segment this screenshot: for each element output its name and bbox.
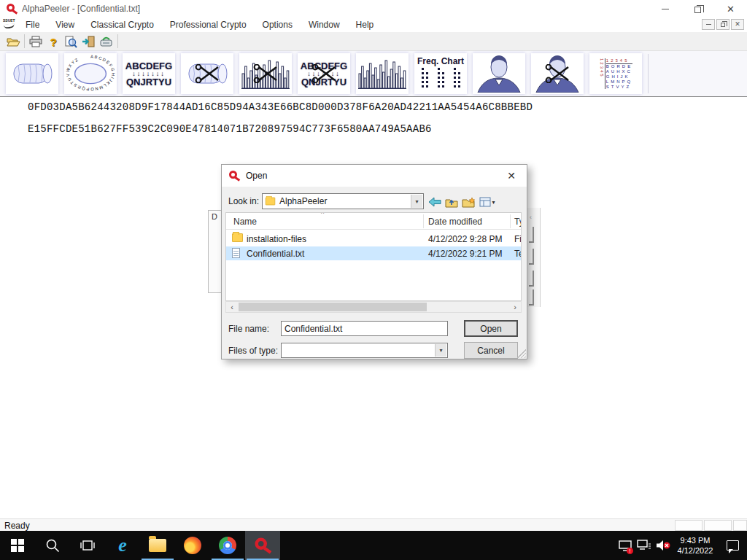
file-list[interactable]: ^ Name Date modified Ty installation-fil… (225, 212, 522, 301)
close-button[interactable]: ✕ (714, 0, 747, 18)
task-view-icon (80, 539, 95, 552)
chrome-icon (219, 537, 236, 554)
alphapeeler-logo-icon (228, 170, 240, 182)
action-center-icon (727, 540, 739, 551)
file-row-confidential-txt[interactable]: Confidential.txt 4/12/2022 9:21 PM Te (226, 246, 521, 260)
up-one-level-button[interactable] (444, 194, 460, 210)
menu-classical-crypto[interactable]: Classical Crypto (82, 18, 162, 31)
freq-chart-button[interactable]: Freq. Chart (414, 53, 467, 94)
cylinder-decrypt-button[interactable] (181, 53, 233, 94)
help-icon: ? (50, 36, 56, 48)
mdi-restore-button[interactable] (716, 19, 729, 30)
alphabet-disk-button[interactable]: ABCDEFGHIJKLMNOPQRSTUVWXYZ (64, 53, 117, 94)
vigenere-portrait-button[interactable] (473, 53, 525, 94)
scroll-left-arrow[interactable]: ‹ (226, 302, 238, 312)
toolbar-separator (24, 34, 25, 48)
look-in-dropdown[interactable]: AlphaPeeler ▾ (262, 193, 424, 209)
status-text: Ready (4, 521, 30, 531)
look-in-label: Look in: (228, 196, 259, 206)
histogram-decrypt-button[interactable] (239, 53, 292, 94)
polybius-square-button[interactable]: 12345 12345 BORDE AUHXC GHIJK LMNPQ STVY… (589, 53, 642, 94)
status-pane (733, 520, 747, 531)
file-explorer-button[interactable] (140, 531, 175, 560)
resize-grip[interactable] (517, 349, 526, 358)
scroll-right-arrow[interactable]: › (509, 302, 521, 312)
exit-door-icon (82, 36, 95, 47)
mdi-minimize-button[interactable] (702, 19, 715, 30)
dotted-columns-icon (417, 66, 464, 88)
menu-window[interactable]: Window (301, 18, 348, 31)
menu-help[interactable]: Help (348, 18, 382, 31)
dropdown-arrow-icon[interactable]: ▾ (411, 195, 422, 208)
menu-professional-crypto[interactable]: Professional Crypto (162, 18, 255, 31)
files-of-type-dropdown[interactable]: ▾ (281, 343, 448, 358)
crypto-toolbar: ABCDEFGHIJKLMNOPQRSTUVWXYZ ABCDEFG ↓↓↓↓↓… (0, 51, 747, 96)
cancel-button[interactable]: Cancel (464, 342, 518, 359)
file-name-input[interactable] (281, 321, 448, 336)
chrome-button[interactable] (210, 531, 245, 560)
substitution-encrypt-button[interactable]: ABCDEFG ↓↓↓↓↓↓↓ QNJRTYU (123, 53, 175, 94)
minimize-button[interactable] (649, 0, 681, 18)
start-button[interactable] (0, 531, 35, 560)
view-menu-icon (479, 197, 491, 207)
column-header-date-modified[interactable]: Date modified (428, 217, 482, 227)
alphabet-disk-icon: ABCDEFGHIJKLMNOPQRSTUVWXYZ (64, 54, 117, 93)
system-tray: ! 9:43 PM 4/12/2022 (616, 531, 747, 560)
substitution-decrypt-button[interactable]: ABCDEFG ↓↓↓↓↓↓↓ QNJRTYU (298, 53, 350, 94)
column-header-type[interactable]: Ty (514, 217, 522, 227)
histogram-icon (358, 56, 406, 91)
new-folder-icon (462, 197, 476, 208)
status-pane (704, 520, 732, 531)
menu-file[interactable]: File (18, 18, 47, 31)
back-button[interactable] (427, 194, 443, 210)
taskbar: e ! (0, 531, 747, 560)
mdi-close-button[interactable]: ✕ (731, 19, 744, 30)
restore-button[interactable] (681, 0, 714, 18)
files-of-type-label: Files of type: (228, 346, 278, 356)
menu-view[interactable]: View (47, 18, 82, 31)
open-folder-icon (7, 36, 20, 47)
up-folder-icon (445, 197, 458, 208)
horizontal-scrollbar[interactable]: ‹ › (225, 301, 522, 313)
dialog-close-button[interactable]: ✕ (496, 165, 527, 187)
alert-badge: ! (627, 548, 633, 554)
polybius-grid-icon: 12345 12345 BORDE AUHXC GHIJK LMNPQ STVY… (599, 58, 632, 90)
histogram-button[interactable] (356, 53, 409, 94)
menu-bar: SSUET File View Classical Crypto Profess… (0, 18, 747, 32)
new-folder-button[interactable] (460, 194, 476, 210)
exit-button[interactable] (80, 34, 97, 50)
print-preview-button[interactable] (62, 34, 80, 50)
peeler-tool-button[interactable] (97, 34, 115, 50)
clock[interactable]: 9:43 PM 4/12/2022 (673, 535, 718, 556)
alphapeeler-logo-icon (254, 537, 271, 554)
alphapeeler-taskbar-button[interactable] (245, 531, 280, 560)
volume-muted-tray-icon[interactable] (654, 531, 673, 560)
open-file-button[interactable] (4, 34, 22, 50)
preview-magnifier-icon (65, 36, 77, 48)
search-button[interactable] (35, 531, 70, 560)
cipher-cylinder-button[interactable] (6, 53, 58, 94)
print-button[interactable] (27, 34, 44, 50)
dropdown-arrow-icon: ▾ (492, 199, 495, 206)
scrollbar-thumb[interactable] (239, 303, 427, 311)
open-button[interactable]: Open (464, 320, 518, 337)
internet-explorer-button[interactable]: e (105, 531, 140, 560)
action-center-button[interactable] (718, 531, 747, 560)
vigenere-decrypt-button[interactable] (531, 53, 584, 94)
folder-icon (266, 198, 276, 206)
dialog-title: Open (246, 171, 267, 181)
column-header-name[interactable]: Name (233, 217, 257, 227)
background-window-fragment: ‹ (527, 208, 541, 307)
task-view-button[interactable] (70, 531, 105, 560)
peeler-machine-icon (99, 36, 113, 47)
firefox-button[interactable] (175, 531, 210, 560)
file-row-installation-files[interactable]: installation-files 4/12/2022 9:28 PM Fi (226, 232, 521, 246)
view-menu-button[interactable]: ▾ (476, 194, 498, 210)
dropdown-arrow-icon[interactable]: ▾ (435, 344, 446, 357)
mdi-document-icon[interactable]: SSUET (3, 19, 18, 31)
security-alert-tray-icon[interactable]: ! (616, 531, 635, 560)
folder-icon (232, 233, 243, 242)
help-button[interactable]: ? (44, 34, 62, 50)
network-tray-icon[interactable] (635, 531, 654, 560)
menu-options[interactable]: Options (255, 18, 301, 31)
